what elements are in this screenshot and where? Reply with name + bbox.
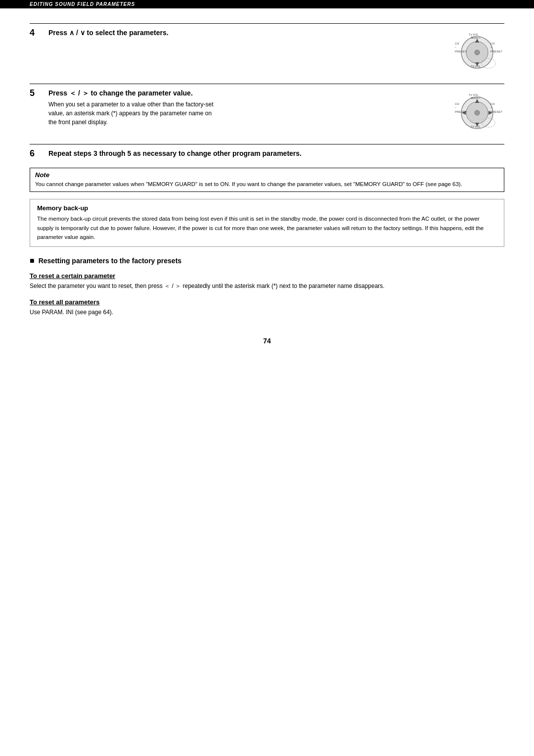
svg-text:SELECT: SELECT: [471, 96, 480, 99]
svg-point-19: [475, 110, 480, 115]
reset-all-text: Use PARAM. INI (see page 64).: [30, 308, 504, 317]
svg-text:–: –: [455, 46, 456, 48]
step-5-image: CH – PRESET CH + PRESET TV VOL SELECT TV…: [450, 89, 504, 135]
note-box: Note You cannot change parameter values …: [30, 168, 504, 192]
memory-backup-box: Memory back-up The memory back-up circui…: [30, 199, 504, 247]
svg-point-14: [477, 36, 478, 38]
reset-certain-heading: To reset a certain parameter: [30, 272, 504, 280]
svg-text:PRESET: PRESET: [455, 50, 467, 53]
memory-backup-title: Memory back-up: [37, 204, 497, 212]
step-5-content: Press ＜ / ＞ to change the parameter valu…: [48, 89, 440, 127]
step-5-row: 5 Press ＜ / ＞ to change the parameter va…: [30, 84, 504, 135]
step-5-title: Press ＜ / ＞ to change the parameter valu…: [48, 89, 440, 98]
svg-text:CH: CH: [490, 102, 495, 105]
resetting-title-text: Resetting parameters to the factory pres…: [39, 257, 181, 265]
svg-text:PRESET: PRESET: [490, 50, 502, 53]
svg-text:+: +: [490, 46, 492, 48]
svg-text:–: –: [455, 106, 456, 109]
step-4-knob-svg: CH – PRESET CH + PRESET TV VOL SELECT TV…: [450, 29, 504, 73]
step-5-body: When you set a parameter to a value othe…: [48, 100, 217, 127]
header-bar: EDITING SOUND FIELD PARAMETERS: [0, 0, 534, 8]
svg-point-2: [475, 50, 480, 55]
note-title: Note: [35, 171, 499, 179]
section-bullet: ■: [30, 256, 35, 265]
resetting-section: ■ Resetting parameters to the factory pr…: [30, 257, 504, 317]
reset-certain-text: Select the parameter you want to reset, …: [30, 282, 504, 291]
svg-text:CH: CH: [455, 42, 459, 45]
content: 4 Press ∧ / ∨ to select the parameters.: [0, 18, 534, 384]
svg-text:PRESET: PRESET: [455, 110, 467, 113]
step-4-content: Press ∧ / ∨ to select the parameters.: [48, 29, 440, 37]
svg-text:CH: CH: [455, 102, 459, 105]
page: EDITING SOUND FIELD PARAMETERS 4 Press ∧…: [0, 0, 534, 756]
step-5-number: 5: [30, 88, 44, 98]
page-number: 74: [30, 337, 504, 355]
resetting-section-title: ■ Resetting parameters to the factory pr…: [30, 257, 504, 265]
step-5-knob-svg: CH – PRESET CH + PRESET TV VOL SELECT TV…: [450, 89, 504, 134]
svg-text:CH: CH: [490, 42, 495, 45]
note-text: You cannot change parameter values when …: [35, 180, 499, 189]
svg-text:TV VOL: TV VOL: [471, 125, 481, 128]
step-6-content: Repeat steps 3 through 5 as necessary to…: [48, 149, 504, 157]
step-6-row: 6 Repeat steps 3 through 5 as necessary …: [30, 144, 504, 159]
header-label: EDITING SOUND FIELD PARAMETERS: [30, 1, 135, 7]
step-4-image: CH – PRESET CH + PRESET TV VOL SELECT TV…: [450, 29, 504, 75]
reset-all-heading: To reset all parameters: [30, 298, 504, 306]
step-4-title: Press ∧ / ∨ to select the parameters.: [48, 29, 440, 37]
step-4-row: 4 Press ∧ / ∨ to select the parameters.: [30, 23, 504, 75]
svg-text:SELECT: SELECT: [471, 36, 480, 39]
svg-text:TV VOL: TV VOL: [471, 65, 481, 68]
svg-text:+: +: [490, 106, 492, 109]
svg-text:PRESET: PRESET: [490, 110, 502, 113]
svg-point-15: [477, 68, 478, 69]
memory-backup-text: The memory back-up circuit prevents the …: [37, 214, 497, 241]
step-4-number: 4: [30, 28, 44, 38]
step-6-number: 6: [30, 148, 44, 159]
step-6-title: Repeat steps 3 through 5 as necessary to…: [48, 149, 504, 157]
